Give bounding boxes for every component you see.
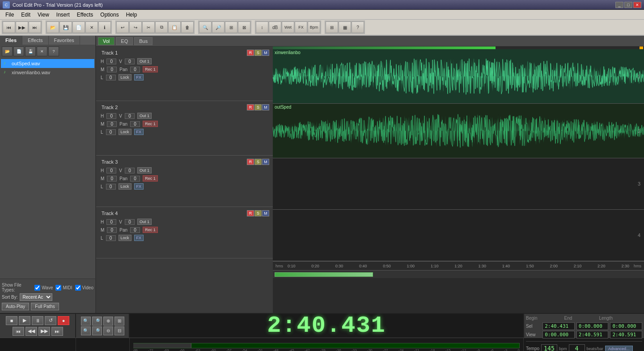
track-tab-bus[interactable]: Bus (134, 37, 153, 45)
tb-copy[interactable]: ⧉ (155, 21, 168, 33)
record-button[interactable]: ● (58, 316, 69, 325)
skip-start-button[interactable]: ⏮ (13, 327, 24, 336)
track-2-v-input[interactable] (125, 113, 135, 119)
menu-options[interactable]: Options (97, 11, 122, 19)
wave-checkbox[interactable] (34, 285, 40, 291)
track-1-m-btn[interactable]: M (262, 50, 269, 56)
skip-end-button[interactable]: ⏭ (51, 327, 63, 336)
track-tab-eq[interactable]: EQ (116, 37, 133, 45)
tb-snap[interactable]: ⊞ (326, 21, 338, 33)
track-2-fx-btn[interactable]: FX (134, 129, 144, 135)
midi-checkbox-label[interactable]: MIDI (55, 285, 72, 291)
video-checkbox-label[interactable]: Video (75, 285, 93, 291)
track-1-out-btn[interactable]: Out 1 (137, 58, 152, 64)
track-4-rec-btn[interactable]: Rec 1 (143, 227, 158, 233)
tb-save[interactable]: 💾 (59, 21, 72, 33)
track-4-l-input[interactable] (106, 235, 116, 241)
track-4-h-input[interactable] (106, 219, 116, 225)
tab-favorites[interactable]: Favorites (49, 36, 80, 45)
close-button[interactable]: ✕ (633, 2, 641, 8)
tab-effects[interactable]: Effects (22, 36, 48, 45)
stop-button[interactable]: ■ (6, 316, 17, 325)
track-4-fx-btn[interactable]: FX (134, 235, 144, 241)
progress-bar-fill[interactable] (275, 272, 373, 277)
waveform-track-4[interactable]: 4 (273, 210, 644, 261)
track-2-m-input[interactable] (107, 121, 117, 127)
menu-insert[interactable]: Insert (53, 11, 73, 19)
tb-cut[interactable]: ✂ (142, 21, 155, 33)
track-2-s-btn[interactable]: S (254, 104, 262, 110)
track-4-r-btn[interactable]: R (247, 210, 254, 216)
waveform-track-1[interactable]: xinwenlianbo 1 (273, 49, 644, 104)
tb-amplify[interactable]: dB (269, 21, 281, 33)
tb-zoom-out[interactable]: 🔎 (212, 21, 225, 33)
file-item[interactable]: ♪ xinwenlianbo.wav (1, 68, 94, 77)
video-checkbox[interactable] (75, 285, 81, 291)
rewind-button[interactable]: ◀◀ (25, 327, 37, 336)
tb-undo[interactable]: ↩ (116, 21, 129, 33)
track-4-out-btn[interactable]: Out 1 (137, 219, 152, 225)
track-1-v-input[interactable] (125, 59, 135, 64)
maximize-button[interactable]: □ (624, 2, 632, 8)
track-3-h-input[interactable] (106, 168, 116, 173)
tb-normalize[interactable]: ↕ (256, 21, 268, 33)
zoom-in-h2-btn[interactable]: 🔍 (81, 326, 91, 335)
menu-edit[interactable]: Edit (17, 11, 34, 19)
track-1-fx-btn[interactable]: FX (134, 74, 144, 80)
track-4-pan-input[interactable] (130, 227, 140, 233)
minimize-button[interactable]: _ (615, 2, 623, 8)
track-1-r-btn[interactable]: R (247, 50, 254, 56)
tb-open[interactable]: 📂 (47, 21, 59, 33)
file-close-btn[interactable]: ✕ (37, 47, 47, 56)
track-3-out-btn[interactable]: Out 1 (137, 167, 152, 173)
menu-help[interactable]: Help (123, 11, 141, 19)
tb-zoom-sel[interactable]: ⊞ (225, 21, 237, 33)
track-3-v-input[interactable] (125, 168, 135, 173)
track-3-lock-btn[interactable]: Lock (119, 183, 131, 190)
tb-wet[interactable]: Wet (282, 21, 294, 33)
auto-play-button[interactable]: Auto-Play (2, 303, 29, 310)
fast-forward-button[interactable]: ▶▶ (38, 327, 50, 336)
tb-bpm[interactable]: Bpm (308, 21, 320, 33)
wave-checkbox-label[interactable]: Wave (34, 285, 53, 291)
track-1-rec-btn[interactable]: Rec 1 (143, 66, 158, 72)
track-1-m-input[interactable] (107, 67, 117, 72)
file-new-btn[interactable]: 📄 (13, 47, 24, 56)
track-3-m-input[interactable] (107, 176, 117, 182)
track-4-m-input[interactable] (107, 227, 117, 233)
tb-help[interactable]: ? (352, 21, 364, 33)
file-help-btn[interactable]: ? (48, 47, 59, 56)
play-button[interactable]: ▶ (19, 316, 30, 325)
track-3-l-input[interactable] (106, 184, 116, 190)
track-1-s-btn[interactable]: S (254, 50, 262, 56)
track-4-s-btn[interactable]: S (254, 210, 262, 216)
file-item[interactable]: ♪ outSped.wav (1, 59, 94, 68)
full-paths-button[interactable]: Full Paths (31, 303, 59, 310)
waveform-track-3[interactable]: 3 (273, 158, 644, 210)
tab-files[interactable]: Files (0, 36, 22, 45)
zoom-in-v2-btn[interactable]: ⊖ (103, 326, 113, 335)
zoom-out-h2-btn[interactable]: 🔎 (92, 326, 102, 335)
track-3-m-btn[interactable]: M (262, 159, 269, 165)
file-save-btn[interactable]: 💾 (25, 47, 36, 56)
track-3-rec-btn[interactable]: Rec 1 (143, 175, 158, 182)
track-2-rec-btn[interactable]: Rec 1 (143, 121, 158, 127)
track-2-h-input[interactable] (106, 113, 116, 119)
tb-zoom-in[interactable]: 🔍 (199, 21, 212, 33)
track-4-m-btn[interactable]: M (262, 210, 269, 216)
track-2-r-btn[interactable]: R (247, 104, 254, 110)
tb-fx[interactable]: FX (295, 21, 307, 33)
zoom-full-btn[interactable]: ⊞ (114, 317, 124, 326)
pause-button[interactable]: ⏸ (32, 316, 43, 325)
track-3-fx-btn[interactable]: FX (134, 183, 144, 190)
track-4-lock-btn[interactable]: Lock (119, 235, 131, 241)
tb-grid[interactable]: ▦ (339, 21, 351, 33)
track-2-out-btn[interactable]: Out 1 (137, 113, 152, 119)
tb-zoom-all[interactable]: ⊠ (238, 21, 250, 33)
tb-info[interactable]: ℹ (98, 21, 111, 33)
tb-play[interactable]: ▶▶ (16, 21, 28, 33)
sort-select[interactable]: Recent Ac Name (20, 293, 52, 301)
zoom-in-v-btn[interactable]: ⊕ (103, 317, 113, 326)
midi-checkbox[interactable] (55, 285, 61, 291)
tb-paste[interactable]: 📋 (168, 21, 181, 33)
